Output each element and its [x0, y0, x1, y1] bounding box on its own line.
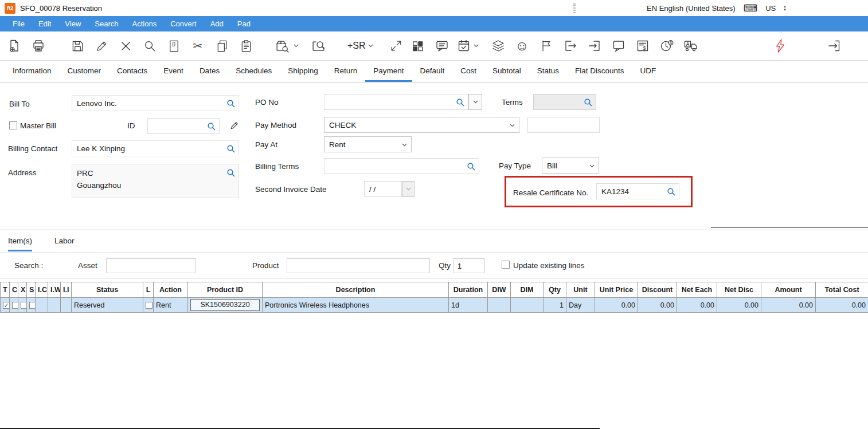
delete-button[interactable] [114, 34, 138, 58]
row-unit-price-cell[interactable]: 0.00 [595, 298, 638, 313]
resale-certificate-search-icon[interactable] [667, 187, 676, 196]
menu-item-actions[interactable]: Actions [126, 16, 164, 32]
checkout-button[interactable] [558, 34, 582, 58]
tab-payment[interactable]: Payment [365, 61, 412, 82]
bill-to-field[interactable]: Lenovo Inc. [72, 95, 239, 111]
terms-search-icon[interactable] [584, 98, 593, 107]
time-billing-button[interactable]: $ [655, 34, 679, 58]
quick-action-button[interactable] [768, 34, 792, 58]
cut-button[interactable]: ✂ [186, 34, 210, 58]
second-invoice-date-dropdown[interactable] [402, 181, 415, 197]
billing-terms-search-icon[interactable] [467, 162, 476, 171]
grid-view-button[interactable] [406, 34, 430, 58]
pay-method-select[interactable]: CHECK [324, 117, 519, 133]
row-net-disc-cell[interactable]: 0.00 [717, 298, 761, 313]
invoice-button[interactable]: $ [631, 34, 655, 58]
resale-certificate-field[interactable]: KA1234 [596, 183, 679, 199]
pay-type-select[interactable]: Bill [542, 158, 599, 174]
tab-contacts[interactable]: Contacts [109, 61, 155, 82]
row-net-each-cell[interactable]: 0.00 [677, 298, 717, 313]
column-header-total-cost[interactable]: Total Cost [816, 282, 868, 298]
address-search-icon[interactable] [226, 168, 236, 178]
address-field[interactable]: PRC Gouangzhou [72, 164, 239, 198]
po-no-dropdown[interactable] [468, 94, 482, 110]
copy-button[interactable] [210, 34, 234, 58]
tab-shipping[interactable]: Shipping [280, 61, 326, 82]
package-search-button[interactable] [269, 34, 294, 58]
pay-method-extra-field[interactable] [527, 117, 600, 133]
calendar-check-button[interactable] [454, 34, 474, 58]
master-bill-checkbox[interactable] [9, 121, 17, 129]
record-count-button[interactable]: 0 [162, 34, 186, 58]
tab-event[interactable]: Event [155, 61, 191, 82]
row-s-checkbox[interactable] [29, 302, 36, 309]
add-sr-button[interactable]: +SR [345, 41, 368, 51]
id-search-icon[interactable] [207, 122, 216, 131]
new-document-button[interactable] [2, 34, 26, 58]
id-field[interactable] [147, 118, 220, 134]
expand-button[interactable] [386, 34, 406, 58]
column-header-discount[interactable]: Discount [638, 282, 677, 298]
row-description-cell[interactable]: Portronics Wireless Headphones [263, 298, 449, 313]
search-button[interactable] [138, 34, 162, 58]
column-header-x[interactable]: X [18, 282, 27, 298]
comment-button[interactable] [430, 34, 454, 58]
tab-cost[interactable]: Cost [452, 61, 484, 82]
tab-flat-discounts[interactable]: Flat Discounts [567, 61, 632, 82]
tab-dates[interactable]: Dates [191, 61, 228, 82]
terms-field[interactable] [533, 94, 596, 110]
calendar-dropdown-chevron[interactable] [474, 34, 480, 58]
po-no-field[interactable] [324, 94, 468, 110]
tab-labor[interactable]: Labor [54, 237, 75, 251]
column-header-iw[interactable]: I.W [48, 282, 61, 298]
asset-input[interactable] [106, 258, 196, 273]
checkin-button[interactable] [582, 34, 607, 58]
tab-information[interactable]: Information [5, 61, 60, 82]
tab-default[interactable]: Default [412, 61, 453, 82]
billing-contact-search-icon[interactable] [226, 144, 236, 154]
advanced-search-button[interactable] [306, 34, 330, 58]
tab-items[interactable]: Item(s) [8, 237, 32, 251]
second-invoice-date-field[interactable]: / / [364, 181, 402, 197]
menu-item-add[interactable]: Add [204, 16, 230, 32]
row-product-id-cell[interactable]: SK1506903220 [188, 298, 263, 313]
column-header-ii[interactable]: I.I [61, 282, 72, 298]
row-duration-cell[interactable]: 1d [449, 298, 488, 313]
tab-status[interactable]: Status [529, 61, 567, 82]
layout-spinner[interactable]: ▴ ▾ [784, 5, 786, 11]
language-selector[interactable]: EN English (United States) [647, 4, 736, 13]
row-dim-cell[interactable] [511, 298, 544, 313]
menu-item-file[interactable]: File [6, 16, 32, 32]
paste-button[interactable] [234, 34, 258, 58]
edit-button[interactable] [89, 34, 114, 58]
row-discount-cell[interactable]: 0.00 [638, 298, 677, 313]
edit-contact-button[interactable] [226, 117, 243, 134]
flag-button[interactable] [534, 34, 558, 58]
column-header-l[interactable]: L [143, 282, 154, 298]
column-header-net-disc[interactable]: Net Disc [717, 282, 761, 298]
table-row[interactable]: ✓ Reserved Rent SK1506903220 Portronics … [1, 298, 868, 313]
billing-terms-field[interactable] [324, 158, 479, 174]
add-sr-dropdown-chevron[interactable] [368, 34, 375, 58]
column-header-status[interactable]: Status [72, 282, 143, 298]
column-header-amount[interactable]: Amount [761, 282, 816, 298]
layers-button[interactable] [486, 34, 510, 58]
tab-udf[interactable]: UDF [632, 61, 664, 82]
row-unit-cell[interactable]: Day [566, 298, 595, 313]
column-header-qty[interactable]: Qty [544, 282, 566, 298]
column-header-product-id[interactable]: Product ID [188, 282, 263, 298]
row-iw-cell[interactable] [48, 298, 61, 313]
row-action-cell[interactable]: Rent [154, 298, 188, 313]
column-header-t[interactable]: T [1, 282, 10, 298]
row-l-checkbox[interactable] [146, 302, 153, 309]
row-t-checkbox[interactable]: ✓ [3, 302, 10, 309]
tab-subtotal[interactable]: Subtotal [484, 61, 529, 82]
row-c-checkbox[interactable] [12, 302, 18, 309]
print-button[interactable] [26, 34, 50, 58]
keyboard-layout[interactable]: US [765, 4, 776, 13]
column-header-dim[interactable]: DIM [511, 282, 544, 298]
exit-button[interactable] [822, 34, 846, 58]
row-ic-cell[interactable] [36, 298, 48, 313]
row-amount-cell[interactable]: 0.00 [761, 298, 816, 313]
save-button[interactable] [65, 34, 89, 58]
